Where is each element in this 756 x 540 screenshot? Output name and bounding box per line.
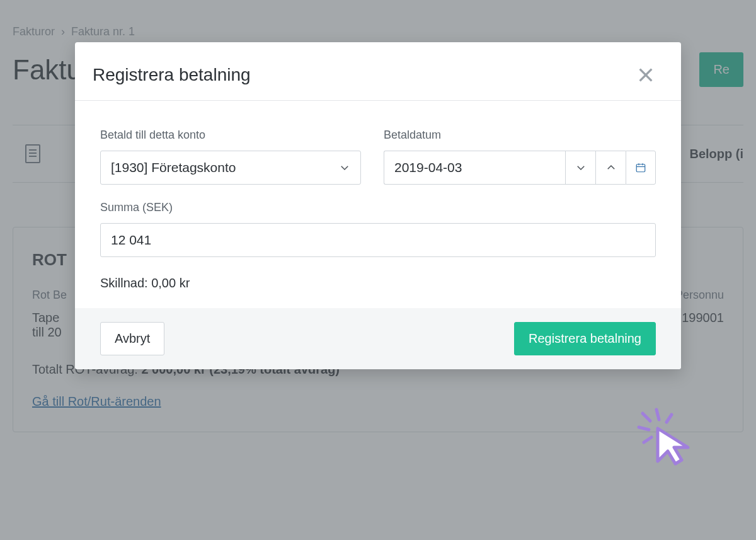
date-value: 2019-04-03 [394, 160, 462, 175]
date-label: Betaldatum [384, 129, 656, 142]
close-icon[interactable] [636, 65, 656, 85]
date-calendar-button[interactable] [626, 151, 656, 185]
date-input[interactable]: 2019-04-03 [384, 151, 565, 185]
date-down-button[interactable] [565, 151, 595, 185]
sum-label: Summa (SEK) [100, 201, 656, 214]
account-field: Betald till detta konto [1930] Företagsk… [100, 129, 361, 185]
sum-input[interactable] [100, 223, 656, 257]
account-select[interactable]: [1930] Företagskonto [100, 151, 361, 185]
modal-body: Betald till detta konto [1930] Företagsk… [75, 101, 681, 308]
modal-title: Registrera betalning [93, 65, 251, 85]
sum-field: Summa (SEK) [100, 201, 656, 257]
form-row-2: Summa (SEK) [100, 201, 656, 257]
cancel-button[interactable]: Avbryt [100, 322, 164, 355]
chevron-up-icon [605, 162, 617, 173]
calendar-icon [635, 162, 646, 173]
difference-line: Skillnad: 0,00 kr [100, 276, 656, 290]
chevron-down-icon [339, 162, 350, 173]
modal-header: Registrera betalning [75, 42, 681, 101]
register-payment-modal: Registrera betalning Betald till detta k… [75, 42, 681, 369]
modal-footer: Avbryt Registrera betalning [75, 308, 681, 369]
account-value: [1930] Företagskonto [111, 160, 236, 175]
svg-rect-2 [636, 164, 645, 172]
chevron-down-icon [575, 162, 587, 173]
form-row-1: Betald till detta konto [1930] Företagsk… [100, 129, 656, 185]
date-up-button[interactable] [595, 151, 626, 185]
date-field: Betaldatum 2019-04-03 [384, 129, 656, 185]
submit-button[interactable]: Registrera betalning [514, 322, 656, 355]
date-widget: 2019-04-03 [384, 151, 656, 185]
account-label: Betald till detta konto [100, 129, 361, 142]
